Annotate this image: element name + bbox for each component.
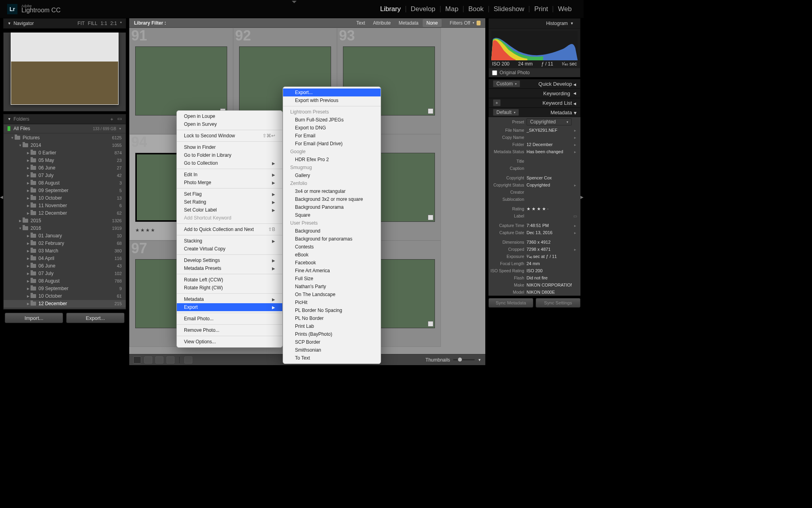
- module-web[interactable]: Web: [553, 5, 576, 13]
- folder-row[interactable]: ▶05 May23: [4, 157, 126, 164]
- menu-item[interactable]: HDR Efex Pro 2: [283, 156, 381, 164]
- metadata-value[interactable]: _SKY6291.NEF: [527, 128, 572, 133]
- folder-row[interactable]: ▶06 June43: [4, 262, 126, 270]
- disclosure-icon[interactable]: ▶: [26, 302, 31, 306]
- filter-tab-metadata[interactable]: Metadata: [395, 19, 422, 27]
- folder-row[interactable]: ▶09 September9: [4, 285, 126, 292]
- original-photo-checkbox[interactable]: [492, 70, 497, 75]
- menu-item[interactable]: Set Color Label▶: [177, 206, 282, 214]
- metadata-go-icon[interactable]: ▭: [572, 214, 578, 218]
- menu-item[interactable]: Prints (BayPhoto): [283, 330, 381, 338]
- disclosure-icon[interactable]: ▶: [26, 166, 31, 170]
- menu-item[interactable]: Photo Merge▶: [177, 179, 282, 187]
- filter-tab-none[interactable]: None: [423, 19, 442, 27]
- metadata-preset-dropdown[interactable]: Copyrighted▾: [527, 118, 572, 125]
- metadata-go-icon[interactable]: ▸: [572, 128, 578, 133]
- menu-item[interactable]: Open in Loupe: [177, 112, 282, 120]
- export-button[interactable]: Export...: [66, 313, 124, 323]
- compare-view-button[interactable]: [155, 356, 163, 364]
- disclosure-icon[interactable]: ▶: [26, 151, 31, 155]
- grid-view-button[interactable]: [133, 356, 141, 364]
- folder-row[interactable]: ▶10 October13: [4, 194, 126, 202]
- folders-header[interactable]: ▼ Folders ＋▭: [3, 114, 126, 124]
- menu-item[interactable]: Remove Photo...: [177, 326, 282, 334]
- menu-item[interactable]: PL No Border: [283, 314, 381, 322]
- metadata-value[interactable]: 7298 x 4871: [527, 247, 572, 252]
- menu-item[interactable]: Export to DNG: [283, 124, 381, 132]
- menu-item[interactable]: Go to Collection▶: [177, 159, 282, 167]
- menu-item[interactable]: Metadata▶: [177, 295, 282, 303]
- disclosure-icon[interactable]: ▶: [26, 294, 31, 298]
- menu-item[interactable]: Burn Full-Sized JPEGs: [283, 116, 381, 124]
- module-library[interactable]: Library: [375, 5, 406, 13]
- metadata-value[interactable]: Did not fire: [527, 275, 572, 280]
- folder-row[interactable]: ▼20141055: [4, 142, 126, 149]
- menu-item[interactable]: Show in Finder: [177, 143, 282, 151]
- disclosure-icon[interactable]: ▶: [26, 196, 31, 200]
- menu-item[interactable]: Create Virtual Copy: [177, 245, 282, 253]
- filters-off-label[interactable]: Filters Off: [450, 20, 470, 26]
- toolbar-chevron-icon[interactable]: ▼: [478, 358, 481, 362]
- rating-stars[interactable]: ★ ★ ★ ★ ·: [527, 206, 572, 212]
- filter-lock-icon[interactable]: [477, 21, 481, 25]
- menu-item[interactable]: Develop Settings▶: [177, 256, 282, 264]
- menu-item[interactable]: Gallery: [283, 171, 381, 179]
- nav-mode-2:1[interactable]: 2:1: [110, 21, 117, 26]
- all-files-row[interactable]: All Files 133 / 699 GB ▼: [4, 124, 126, 133]
- filter-tab-attribute[interactable]: Attribute: [369, 19, 395, 27]
- module-slideshow[interactable]: Slideshow: [489, 5, 529, 13]
- menu-item[interactable]: Background Panorama: [283, 203, 381, 211]
- metadata-set-dropdown[interactable]: Default▾: [493, 109, 519, 116]
- nav-mode-1:1[interactable]: 1:1: [101, 21, 107, 26]
- menu-item[interactable]: Set Flag▶: [177, 190, 282, 198]
- disclosure-icon[interactable]: ▶: [18, 219, 23, 223]
- metadata-go-icon[interactable]: ▸: [572, 142, 578, 147]
- left-edge-expand[interactable]: ◀: [0, 192, 3, 202]
- disclosure-icon[interactable]: ▼: [18, 144, 23, 147]
- disclosure-icon[interactable]: ▶: [26, 204, 31, 208]
- folder-row[interactable]: ▶06 June27: [4, 164, 126, 172]
- menu-item[interactable]: To Text: [283, 354, 381, 362]
- menu-item[interactable]: Rotate Left (CCW): [177, 276, 282, 284]
- metadata-value[interactable]: ISO 200: [527, 268, 572, 273]
- folder-row[interactable]: ▶07 July42: [4, 172, 126, 179]
- loupe-view-button[interactable]: [144, 356, 152, 364]
- menu-item[interactable]: Background 3x2 or more square: [283, 195, 381, 203]
- folder-row[interactable]: ▶03 March380: [4, 247, 126, 255]
- metadata-value[interactable]: 7360 x 4912: [527, 240, 572, 244]
- painter-tool-button[interactable]: [184, 356, 192, 364]
- thumbnail-size-slider[interactable]: [453, 359, 475, 360]
- metadata-value[interactable]: Dec 13, 2016: [527, 230, 572, 235]
- menu-item[interactable]: On The Landscape: [283, 291, 381, 298]
- quick-develop-preset[interactable]: Custom▾: [493, 80, 520, 87]
- menu-item[interactable]: PicHit: [283, 298, 381, 306]
- navigator-header[interactable]: ▼ Navigator FITFILL1:12:1▾: [3, 18, 126, 29]
- disclosure-icon[interactable]: ▶: [26, 264, 31, 268]
- module-print[interactable]: Print: [529, 5, 553, 13]
- thumbnail-badge-icon[interactable]: [428, 215, 433, 220]
- menu-item[interactable]: Open in Survey: [177, 120, 282, 128]
- nav-mode-fit[interactable]: FIT: [78, 21, 85, 26]
- folder-row[interactable]: ▼20161919: [4, 225, 126, 232]
- folder-row[interactable]: ▶01 January10: [4, 232, 126, 240]
- add-keyword-button[interactable]: +: [493, 99, 501, 106]
- menu-item[interactable]: Contests: [283, 243, 381, 251]
- metadata-go-icon[interactable]: ▸: [572, 150, 578, 154]
- disclosure-icon[interactable]: ▶: [26, 249, 31, 253]
- menu-item[interactable]: Export...: [283, 89, 381, 96]
- menu-item[interactable]: Lock to Second Window⇧⌘↩: [177, 132, 282, 140]
- right-edge-expand[interactable]: ▶: [580, 192, 584, 202]
- sync-metadata-button[interactable]: Sync Metadata: [488, 298, 533, 308]
- menu-item[interactable]: Full Size: [283, 275, 381, 283]
- disclosure-icon[interactable]: ▶: [26, 212, 31, 215]
- menu-item[interactable]: Background for panoramas: [283, 235, 381, 243]
- folder-row[interactable]: ▶0 Earlier874: [4, 149, 126, 157]
- menu-item[interactable]: Square: [283, 211, 381, 219]
- disclosure-icon[interactable]: ▶: [26, 279, 31, 283]
- disclosure-icon[interactable]: ▶: [26, 159, 31, 162]
- metadata-go-icon[interactable]: ▸: [572, 135, 578, 140]
- menu-item[interactable]: Facebook: [283, 259, 381, 267]
- survey-view-button[interactable]: [167, 356, 174, 364]
- folder-row[interactable]: ▶12 December62: [4, 210, 126, 217]
- menu-item[interactable]: PL Border No Spacing: [283, 306, 381, 314]
